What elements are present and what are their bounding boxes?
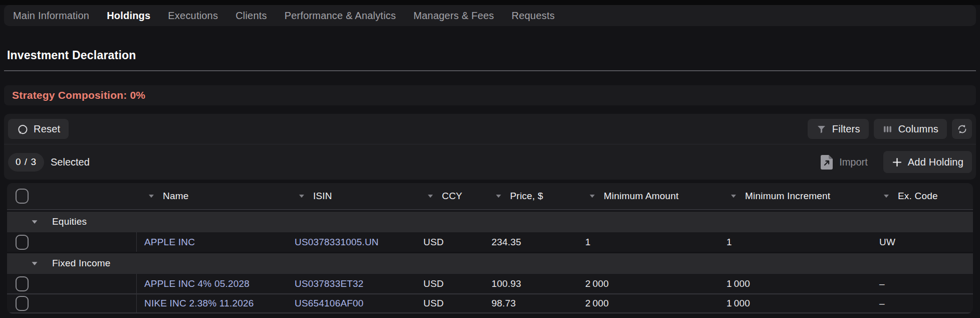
tab-performance-analytics[interactable]: Performance & Analytics <box>285 10 396 22</box>
reset-button[interactable]: Reset <box>8 119 69 139</box>
column-label: CCY <box>442 191 462 202</box>
title-divider <box>4 70 976 71</box>
holding-minimum-amount: 2 000 <box>578 294 719 312</box>
holding-name-link[interactable]: NIKE INC 2.38% 11.2026 <box>144 298 254 309</box>
column-label: Minimum Amount <box>604 191 679 202</box>
filter-icon <box>816 124 827 134</box>
refresh-icon <box>956 123 968 135</box>
tab-executions[interactable]: Executions <box>168 10 218 22</box>
row-checkbox[interactable] <box>16 276 29 291</box>
tab-managers-fees[interactable]: Managers & Fees <box>413 10 494 22</box>
holding-minimum-amount: 2 000 <box>578 274 719 293</box>
group-label: Fixed Income <box>52 258 110 269</box>
column-menu-icon[interactable] <box>148 194 154 198</box>
column-menu-icon[interactable] <box>589 194 595 198</box>
group-row-fixed-income: Fixed Income <box>7 252 973 273</box>
plus-icon <box>892 157 902 168</box>
holding-ex-code: UW <box>872 232 973 252</box>
row-checkbox[interactable] <box>16 296 29 311</box>
collapse-group-icon[interactable] <box>31 261 38 266</box>
holding-ex-code: – <box>872 274 973 293</box>
holding-minimum-amount: 1 <box>578 232 719 252</box>
column-menu-icon[interactable] <box>883 194 889 198</box>
filters-button[interactable]: Filters <box>808 119 869 139</box>
tab-holdings[interactable]: Holdings <box>107 10 150 22</box>
column-header-name: Name <box>137 183 287 209</box>
holding-ccy: USD <box>416 232 484 252</box>
window-top-strip <box>0 0 980 5</box>
selection-count-label: Selected <box>51 156 90 168</box>
filters-button-label: Filters <box>832 123 860 135</box>
columns-button-label: Columns <box>898 123 938 135</box>
row-select-cell <box>7 274 137 293</box>
columns-button[interactable]: Columns <box>874 119 947 139</box>
add-holding-button-label: Add Holding <box>908 156 963 168</box>
column-label: Name <box>163 191 188 202</box>
column-label: Minimum Increment <box>745 191 830 202</box>
toolbar-row: Reset Filters <box>4 114 976 144</box>
column-header-ccy: CCY <box>416 183 484 209</box>
add-holding-button[interactable]: Add Holding <box>883 151 972 173</box>
row-select-cell <box>7 232 137 252</box>
holding-isin-link[interactable]: US654106AF00 <box>295 298 364 309</box>
tab-main-information[interactable]: Main Information <box>13 10 89 22</box>
collapse-group-icon[interactable] <box>31 220 38 224</box>
select-all-checkbox[interactable] <box>16 189 29 204</box>
holding-price: 98.73 <box>484 294 578 312</box>
column-menu-icon[interactable] <box>427 194 433 198</box>
tab-clients[interactable]: Clients <box>235 10 267 22</box>
row-select-cell <box>7 294 137 312</box>
strategy-composition-bar: Strategy Composition: 0% <box>4 85 976 105</box>
holding-ex-code: – <box>872 294 973 312</box>
refresh-button[interactable] <box>952 119 972 139</box>
holding-minimum-increment: 1 000 <box>719 274 872 293</box>
column-label: Ex. Code <box>898 191 938 202</box>
reset-icon <box>17 123 28 135</box>
column-menu-icon[interactable] <box>496 194 502 198</box>
group-label: Equities <box>52 216 87 227</box>
import-button-label: Import <box>839 156 868 168</box>
table-row: APPLE INC US0378331005.UN USD 234.35 1 1… <box>7 232 973 252</box>
selection-status: 0 / 3 Selected <box>8 153 90 172</box>
row-checkbox[interactable] <box>16 235 29 250</box>
column-header-price: Price, $ <box>484 183 578 209</box>
holding-isin-link[interactable]: US037833ET32 <box>295 278 364 289</box>
actions-right-group: Import Add Holding <box>820 151 972 173</box>
holdings-page: Main Information Holdings Executions Cli… <box>0 0 980 318</box>
table-row: NIKE INC 2.38% 11.2026 US654106AF00 USD … <box>7 293 973 313</box>
reset-button-label: Reset <box>34 123 60 135</box>
table-row: APPLE INC 4% 05.2028 US037833ET32 USD 10… <box>7 273 973 293</box>
holding-name-link[interactable]: APPLE INC 4% 05.2028 <box>144 278 250 289</box>
holding-price: 234.35 <box>484 232 578 252</box>
group-row-equities: Equities <box>7 210 973 232</box>
column-label: Price, $ <box>510 191 543 202</box>
column-menu-icon[interactable] <box>730 194 737 198</box>
import-file-icon <box>820 154 834 170</box>
table-header-row: Name ISIN CCY Price, $ Minimum Amount Mi… <box>7 183 973 210</box>
column-header-ex-code: Ex. Code <box>872 183 973 209</box>
columns-icon <box>882 124 893 134</box>
holdings-table: Name ISIN CCY Price, $ Minimum Amount Mi… <box>7 183 973 313</box>
toolbar-right-group: Filters Columns <box>808 119 972 139</box>
selection-row: 0 / 3 Selected Import <box>4 144 976 180</box>
selection-count-badge: 0 / 3 <box>8 153 44 172</box>
holding-minimum-increment: 1 <box>719 232 872 252</box>
table-toolbar-panel: Reset Filters <box>4 114 976 180</box>
column-header-minimum-increment: Minimum Increment <box>719 183 872 209</box>
holding-ccy: USD <box>416 294 484 312</box>
column-header-minimum-amount: Minimum Amount <box>578 183 719 209</box>
holding-name-link[interactable]: APPLE INC <box>144 237 195 248</box>
column-menu-icon[interactable] <box>299 194 305 198</box>
import-button[interactable]: Import <box>820 154 868 170</box>
column-label: ISIN <box>313 191 332 202</box>
tab-requests[interactable]: Requests <box>512 10 555 22</box>
holding-price: 100.93 <box>484 274 578 293</box>
page-title: Investment Declaration <box>7 49 136 62</box>
section-tab-bar: Main Information Holdings Executions Cli… <box>4 5 976 26</box>
strategy-composition-text: Strategy Composition: 0% <box>12 89 145 101</box>
holding-minimum-increment: 1 000 <box>719 294 872 312</box>
column-header-isin: ISIN <box>287 183 416 209</box>
header-select-cell <box>7 183 137 209</box>
holding-ccy: USD <box>416 274 484 293</box>
holding-isin-link[interactable]: US0378331005.UN <box>295 237 379 248</box>
